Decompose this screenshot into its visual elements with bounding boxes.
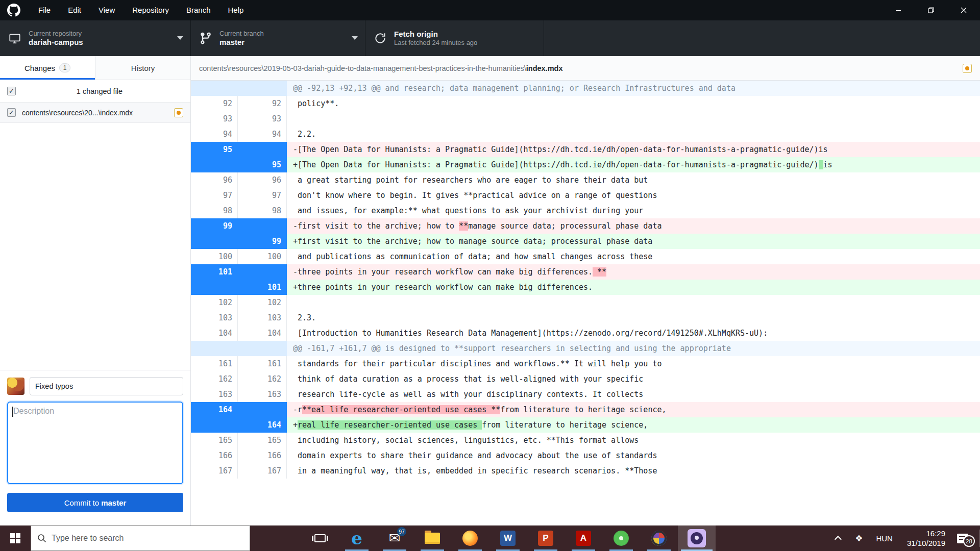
diff-old-line-number[interactable]: 165 xyxy=(191,433,238,448)
diff-new-line-number[interactable]: 99 xyxy=(238,234,287,249)
diff-old-line-number[interactable]: 104 xyxy=(191,325,238,341)
taskbar-acrobat[interactable]: A xyxy=(565,525,602,551)
diff-new-line-number[interactable]: 165 xyxy=(238,433,287,448)
minimize-button[interactable] xyxy=(882,0,915,20)
diff-old-line-number[interactable]: 166 xyxy=(191,448,238,463)
diff-new-line-number[interactable]: 98 xyxy=(238,203,287,218)
diff-new-line-number[interactable]: 96 xyxy=(238,172,287,188)
changed-file-name: contents\resources\20...\index.mdx xyxy=(22,109,174,117)
diff-old-line-number[interactable]: 97 xyxy=(191,188,238,203)
fetch-origin-button[interactable]: Fetch origin Last fetched 24 minutes ago xyxy=(365,20,544,56)
diff-old-line-number[interactable]: 164 xyxy=(191,402,238,417)
dropbox-icon[interactable]: ❖ xyxy=(855,533,863,544)
taskbar-powerpoint[interactable]: P xyxy=(527,525,565,551)
diff-new-line-number[interactable]: 167 xyxy=(238,463,287,479)
commit-description-textarea[interactable] xyxy=(7,402,183,484)
taskbar-mail[interactable]: ✉ 97 xyxy=(376,525,413,551)
taskbar-gitkraken[interactable] xyxy=(602,525,640,551)
diff-new-line-number[interactable]: 164 xyxy=(238,417,287,433)
diff-new-line-number[interactable]: 166 xyxy=(238,448,287,463)
taskbar-clock[interactable]: 16:29 31/10/2019 xyxy=(907,529,945,548)
diff-new-line-number[interactable]: 100 xyxy=(238,249,287,264)
diff-old-line-number[interactable]: 95 xyxy=(191,142,238,157)
commit-button[interactable]: Commit to master xyxy=(7,493,183,512)
diff-new-line-number[interactable]: 102 xyxy=(238,295,287,310)
file-checkbox[interactable]: ✓ xyxy=(7,108,16,117)
taskbar-github-desktop[interactable] xyxy=(678,525,716,551)
diff-new-line-number[interactable]: 93 xyxy=(238,111,287,127)
start-button[interactable] xyxy=(0,525,31,551)
diff-old-line-number[interactable]: 96 xyxy=(191,172,238,188)
taskbar-file-explorer[interactable] xyxy=(413,525,451,551)
changed-file-row[interactable]: ✓ contents\resources\20...\index.mdx xyxy=(0,103,190,123)
diff-old-line-number[interactable]: 93 xyxy=(191,111,238,127)
diff-old-line-number[interactable]: 162 xyxy=(191,371,238,387)
taskbar-paint-app[interactable] xyxy=(640,525,678,551)
diff-new-line-number[interactable]: 104 xyxy=(238,325,287,341)
diff-old-line-number[interactable]: 163 xyxy=(191,387,238,402)
select-all-checkbox[interactable]: ✓ xyxy=(7,87,16,95)
menu-branch[interactable]: Branch xyxy=(178,0,219,20)
diff-new-line-number[interactable]: 95 xyxy=(238,157,287,172)
taskbar-edge[interactable]: e xyxy=(338,525,376,551)
diff-old-line-number[interactable]: 161 xyxy=(191,356,238,371)
diff-new-line-number[interactable]: 163 xyxy=(238,387,287,402)
notification-count-badge: 28 xyxy=(963,535,975,547)
restore-button[interactable] xyxy=(915,0,947,20)
sync-icon xyxy=(374,32,387,45)
diff-old-line-number[interactable]: 101 xyxy=(191,264,238,280)
diff-new-line-number[interactable]: 94 xyxy=(238,127,287,142)
diff-new-line-number[interactable]: 161 xyxy=(238,356,287,371)
diff-new-line-number[interactable] xyxy=(238,341,287,356)
diff-old-line-number[interactable] xyxy=(191,280,238,295)
tab-changes[interactable]: Changes 1 xyxy=(0,56,95,80)
diff-new-line-number[interactable] xyxy=(238,402,287,417)
diff-old-line-number[interactable] xyxy=(191,417,238,433)
diff-new-line-number[interactable]: 103 xyxy=(238,310,287,325)
keyboard-language[interactable]: HUN xyxy=(876,534,893,543)
menu-repository[interactable]: Repository xyxy=(124,0,178,20)
diff-row-ctx: 100100 and publications as communication… xyxy=(191,249,980,264)
diff-new-line-number[interactable] xyxy=(238,81,287,96)
taskbar-word[interactable]: W xyxy=(489,525,527,551)
diff-old-line-number[interactable]: 100 xyxy=(191,249,238,264)
menu-edit[interactable]: Edit xyxy=(59,0,90,20)
menu-view[interactable]: View xyxy=(90,0,124,20)
diff-new-line-number[interactable]: 92 xyxy=(238,96,287,111)
tab-history[interactable]: History xyxy=(95,56,190,80)
tray-chevron-up-icon[interactable] xyxy=(835,536,842,543)
diff-new-line-number[interactable] xyxy=(238,264,287,280)
diff-old-line-number[interactable]: 98 xyxy=(191,203,238,218)
diff-old-line-number[interactable]: 94 xyxy=(191,127,238,142)
search-input[interactable] xyxy=(52,534,243,543)
taskbar-firefox[interactable] xyxy=(451,525,489,551)
diff-new-line-number[interactable]: 97 xyxy=(238,188,287,203)
task-view-button[interactable] xyxy=(306,525,334,551)
diff-new-line-number[interactable] xyxy=(238,218,287,234)
diff-old-line-number[interactable]: 167 xyxy=(191,463,238,479)
diff-old-line-number[interactable] xyxy=(191,341,238,356)
diff-row-add: 101+three points in your research workfl… xyxy=(191,280,980,295)
diff-old-line-number[interactable]: 92 xyxy=(191,96,238,111)
diff-old-line-number[interactable] xyxy=(191,157,238,172)
diff-old-line-number[interactable]: 102 xyxy=(191,295,238,310)
diff-new-line-number[interactable]: 162 xyxy=(238,371,287,387)
current-repository-button[interactable]: Current repository dariah-campus xyxy=(0,20,191,56)
diff-new-line-number[interactable] xyxy=(238,142,287,157)
menu-file[interactable]: File xyxy=(30,0,59,20)
diff-code-line: policy**. xyxy=(287,96,980,111)
diff-old-line-number[interactable]: 99 xyxy=(191,218,238,234)
action-center-button[interactable]: 28 xyxy=(952,525,973,551)
diff-row-ctx: 104104 [Introduction to Humanities Resea… xyxy=(191,325,980,341)
taskbar-search[interactable] xyxy=(31,525,250,551)
diff-row-ctx: 9393 xyxy=(191,111,980,127)
diff-new-line-number[interactable]: 101 xyxy=(238,280,287,295)
menu-help[interactable]: Help xyxy=(219,0,253,20)
diff-old-line-number[interactable] xyxy=(191,234,238,249)
current-branch-button[interactable]: Current branch master xyxy=(191,20,365,56)
diff-old-line-number[interactable] xyxy=(191,81,238,96)
commit-summary-input[interactable] xyxy=(30,377,183,395)
diff-old-line-number[interactable]: 103 xyxy=(191,310,238,325)
close-button[interactable] xyxy=(947,0,980,20)
windows-taskbar: e ✉ 97 W P A ❖ HUN 16:29 31/10/2019 28 xyxy=(0,525,980,551)
